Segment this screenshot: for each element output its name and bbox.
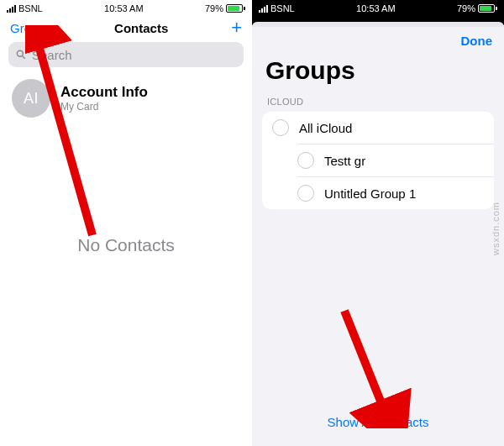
battery-icon <box>478 4 497 13</box>
add-contact-button[interactable]: + <box>231 20 242 35</box>
avatar-initials: AI <box>24 90 39 108</box>
battery-percent: 79% <box>457 3 475 13</box>
search-placeholder: Search <box>32 48 72 62</box>
contacts-screen: BSNL 10:53 AM 79% Groups Contacts + Sear… <box>0 0 252 446</box>
group-item[interactable]: All iCloud <box>262 112 494 144</box>
group-item-label: Testt gr <box>324 154 365 168</box>
signal-icon <box>7 5 16 13</box>
status-time: 10:53 AM <box>104 3 143 13</box>
avatar: AI <box>12 79 50 118</box>
search-input[interactable]: Search <box>8 42 244 67</box>
group-list: All iCloud Testt gr Untitled Group 1 <box>262 112 494 209</box>
section-header: ICLOUD <box>252 93 504 110</box>
page-title: Contacts <box>114 21 168 35</box>
empty-state: No Contacts <box>0 235 252 255</box>
svg-line-1 <box>23 56 25 59</box>
radio-icon <box>272 119 289 136</box>
groups-sheet-screen: BSNL 10:53 AM 79% Done Groups ICLOUD All… <box>252 0 504 446</box>
watermark: wsxdn.com <box>491 202 501 255</box>
group-item-label: Untitled Group 1 <box>324 186 416 201</box>
status-bar: BSNL 10:53 AM 79% <box>252 0 504 15</box>
my-card-row[interactable]: AI Account Info My Card <box>0 71 252 126</box>
radio-icon <box>297 185 314 202</box>
show-all-contacts-button[interactable]: Show All Contacts <box>252 407 504 438</box>
svg-point-0 <box>17 50 23 56</box>
contact-subtext: My Card <box>60 101 148 113</box>
group-item[interactable]: Testt gr <box>297 144 494 176</box>
battery-icon <box>226 4 245 13</box>
groups-button[interactable]: Groups <box>10 21 51 35</box>
done-button[interactable]: Done <box>461 34 493 48</box>
status-time: 10:53 AM <box>356 3 395 13</box>
group-item-label: All iCloud <box>299 121 352 135</box>
carrier-label: BSNL <box>270 3 295 13</box>
status-bar: BSNL 10:53 AM 79% <box>0 0 252 15</box>
contact-name: Account Info <box>60 84 148 101</box>
sheet-title: Groups <box>252 55 504 93</box>
groups-sheet: Done Groups ICLOUD All iCloud Testt gr U… <box>252 27 504 446</box>
search-icon <box>15 49 27 60</box>
radio-icon <box>297 152 314 169</box>
battery-percent: 79% <box>205 3 223 13</box>
group-item[interactable]: Untitled Group 1 <box>297 176 494 209</box>
signal-icon <box>259 5 268 13</box>
carrier-label: BSNL <box>18 3 43 13</box>
nav-bar: Groups Contacts + <box>0 15 252 39</box>
